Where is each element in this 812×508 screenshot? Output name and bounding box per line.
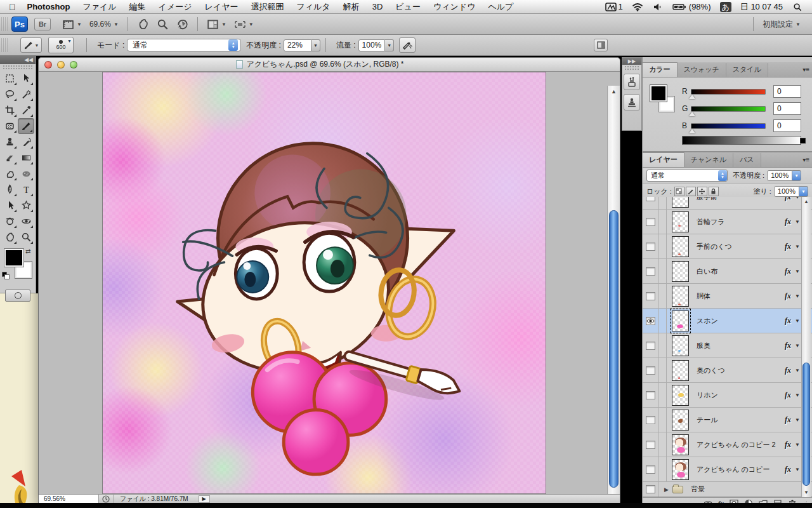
fx-badge[interactable]: fx	[785, 366, 791, 375]
chevron-down-icon[interactable]: ▼	[795, 219, 800, 225]
brushes-panel-button[interactable]	[624, 74, 640, 90]
visibility-toggle[interactable]	[643, 457, 659, 482]
chevron-down-icon[interactable]: ▼	[795, 293, 800, 299]
chevron-down-icon[interactable]: ▼	[795, 392, 800, 398]
document-titlebar[interactable]: アクビちゃん.psd @ 69.6% (スホン, RGB/8) *	[39, 58, 620, 72]
tool-zoom[interactable]	[18, 229, 34, 245]
layer-row[interactable]: 服手前 fx▼	[643, 197, 812, 210]
layer-thumbnail[interactable]	[672, 410, 689, 431]
tool-3d-orbit[interactable]	[18, 213, 34, 229]
screen-mode-button[interactable]: ▼	[230, 17, 258, 32]
layer-fill-value[interactable]: 100%	[774, 186, 799, 197]
red-value-field[interactable]: 0	[773, 85, 801, 98]
ramp-black-swatch[interactable]	[800, 138, 806, 144]
layer-row[interactable]: リホン fx▼	[643, 383, 812, 408]
panel-menu-icon[interactable]: ▾≡	[802, 156, 809, 163]
tool-spot-healing[interactable]	[1, 118, 18, 134]
scroll-up-icon[interactable]: ▲	[802, 199, 811, 204]
fx-badge[interactable]: fx	[785, 316, 791, 326]
fx-badge[interactable]: fx	[785, 197, 791, 202]
quick-mask-button[interactable]	[5, 290, 30, 302]
foreground-color-swatch[interactable]	[4, 249, 23, 267]
tab-channels[interactable]: チャンネル	[684, 153, 733, 167]
brush-preset-picker[interactable]: 600 ▼	[48, 37, 74, 53]
app-menu-photoshop[interactable]: Photoshop	[27, 2, 70, 11]
zoom-tool-button[interactable]	[153, 17, 173, 32]
tool-history-brush[interactable]	[18, 134, 34, 150]
tab-color[interactable]: カラー	[643, 62, 678, 77]
red-slider-thumb[interactable]	[689, 95, 695, 99]
tool-smudge[interactable]	[1, 166, 18, 182]
chevron-down-icon[interactable]: ▼	[795, 343, 800, 349]
visibility-toggle[interactable]	[643, 259, 659, 284]
layer-thumbnail[interactable]	[672, 197, 689, 208]
blue-slider-thumb[interactable]	[689, 129, 695, 133]
current-tool-preview[interactable]: ▼	[20, 37, 42, 53]
tab-swatches[interactable]: スウォッチ	[678, 63, 726, 77]
menu-select[interactable]: 選択範囲	[251, 1, 284, 13]
chevron-down-icon[interactable]: ▼	[311, 39, 320, 51]
layer-row[interactable]: アクビちゃん のコピー fx▼	[643, 457, 812, 482]
battery-menu[interactable]: (98%)	[672, 2, 711, 11]
tool-lasso[interactable]	[1, 86, 18, 102]
tool-3d-rotate[interactable]	[1, 213, 18, 229]
lock-transparency-button[interactable]	[674, 187, 684, 196]
hand-tool-button[interactable]	[133, 17, 153, 32]
layers-scrollbar[interactable]: ▲ ▼	[801, 197, 811, 497]
tool-clone-stamp[interactable]	[1, 134, 18, 150]
green-slider[interactable]	[691, 106, 766, 112]
dock-expand-button[interactable]: ▶▶	[622, 58, 641, 65]
document-vertical-scrollbar[interactable]: ▲ ▼	[607, 86, 620, 494]
palette-grip[interactable]	[3, 65, 33, 70]
layer-row-selected[interactable]: スホン fx▼	[643, 309, 812, 333]
layer-row[interactable]: 手前のくつ fx▼	[643, 234, 812, 259]
menu-window[interactable]: ウィンドウ	[433, 1, 476, 13]
lock-position-button[interactable]	[697, 187, 707, 196]
menu-file[interactable]: ファイル	[82, 1, 116, 13]
fx-badge[interactable]: fx	[785, 440, 791, 450]
chevron-down-icon[interactable]: ▼	[795, 368, 800, 373]
scroll-up-icon[interactable]: ▲	[608, 88, 620, 95]
fx-badge[interactable]: fx	[785, 415, 791, 425]
tool-sponge[interactable]	[18, 166, 34, 182]
group-expand-icon[interactable]: ▶	[664, 486, 669, 493]
layer-thumbnail[interactable]	[672, 385, 689, 406]
fx-badge[interactable]: fx	[785, 465, 791, 474]
menu-filter[interactable]: フィルタ	[296, 1, 330, 13]
visibility-toggle[interactable]	[643, 284, 659, 309]
chevron-down-icon[interactable]: ▼	[795, 269, 800, 274]
layer-thumbnail[interactable]	[672, 311, 689, 331]
layer-row[interactable]: テール fx▼	[643, 408, 812, 432]
status-options-button[interactable]: ▶	[199, 495, 210, 503]
wifi-menu[interactable]	[632, 3, 643, 11]
clock-menu[interactable]: 日 10 07 45	[740, 1, 783, 13]
palette-collapse-button[interactable]: ◀◀	[0, 56, 36, 64]
chevron-down-icon[interactable]: ▼	[385, 39, 394, 51]
tool-magic-wand[interactable]	[18, 86, 34, 102]
tool-path-selection[interactable]	[1, 197, 18, 213]
layer-row[interactable]: 胴体 fx▼	[643, 284, 812, 309]
close-button[interactable]	[44, 61, 52, 69]
layer-row[interactable]: アクビちゃん のコピー 2 fx▼	[643, 432, 812, 457]
fx-badge[interactable]: fx	[785, 267, 791, 276]
tool-eyedropper[interactable]	[18, 102, 34, 118]
chevron-down-icon[interactable]: ▼	[795, 442, 800, 448]
apple-menu-icon[interactable]: 	[9, 2, 16, 12]
zoom-window-button[interactable]	[70, 61, 77, 69]
fx-badge[interactable]: fx	[785, 242, 791, 251]
visibility-toggle[interactable]	[643, 358, 659, 383]
menu-image[interactable]: イメージ	[159, 1, 192, 13]
rotate-view-button[interactable]	[173, 17, 192, 32]
fx-badge[interactable]: fx	[785, 217, 791, 227]
tool-brush[interactable]	[18, 118, 34, 134]
layer-thumbnail[interactable]	[672, 261, 689, 282]
minimize-button[interactable]	[57, 61, 65, 69]
fx-badge[interactable]: fx	[785, 291, 791, 301]
input-method-menu[interactable]: あ	[720, 2, 731, 12]
flow-value[interactable]: 100%	[358, 39, 386, 51]
tool-eraser[interactable]	[1, 150, 18, 166]
red-slider[interactable]	[691, 89, 766, 95]
blue-slider[interactable]	[691, 123, 766, 129]
spotlight-menu[interactable]	[792, 3, 803, 11]
foreground-color-swatch[interactable]	[650, 85, 667, 102]
